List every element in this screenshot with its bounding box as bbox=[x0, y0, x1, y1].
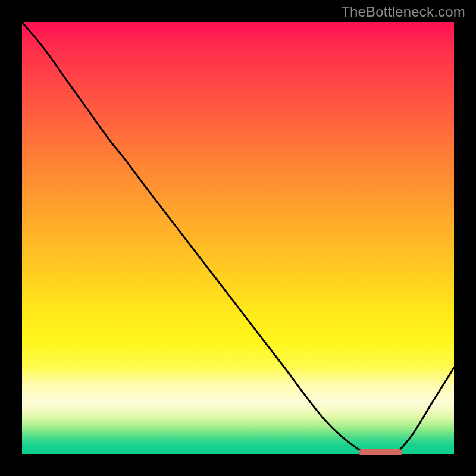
bottleneck-curve-line bbox=[22, 22, 454, 456]
curve-svg bbox=[22, 22, 454, 454]
plot-area bbox=[22, 22, 454, 454]
optimum-marker bbox=[359, 449, 402, 455]
chart-stage: TheBottleneck.com bbox=[0, 0, 476, 476]
watermark-text: TheBottleneck.com bbox=[341, 4, 465, 20]
